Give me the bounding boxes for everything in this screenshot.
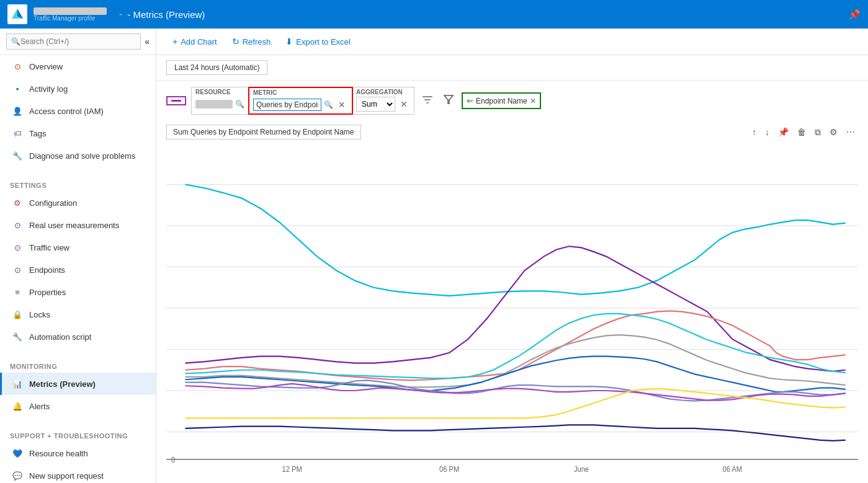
tags-icon: 🏷 (12, 128, 23, 139)
chart-move-up-button[interactable]: ↑ (749, 125, 759, 139)
refresh-icon: ↻ (232, 37, 239, 47)
aggregation-select[interactable]: Sum Avg Min Max Count (356, 97, 395, 112)
sidebar-item-resource-health[interactable]: 💙 Resource health (0, 442, 156, 464)
aggregation-close-button[interactable]: ✕ (398, 99, 410, 109)
sidebar-item-configuration[interactable]: ⚙ Configuration (0, 192, 156, 214)
chart-move-down-button[interactable]: ↓ (762, 125, 772, 139)
resource-value: 🔍 (195, 97, 244, 112)
separator: - (119, 9, 122, 20)
chart-delete-button[interactable]: 🗑 (794, 125, 809, 139)
profile-name-text: Traffic Manager profile (34, 7, 107, 15)
chart-title-bar: Sum Queries by Endpoint Returned by Endp… (156, 121, 868, 143)
overview-icon: ⊙ (12, 61, 23, 72)
chart-copy-button[interactable]: ⧉ (812, 125, 824, 140)
sidebar-item-properties[interactable]: ≡ Properties (0, 281, 156, 303)
resource-search-icon[interactable]: 🔍 (235, 100, 244, 109)
refresh-button[interactable]: ↻ Refresh (226, 33, 277, 50)
profile-type-text: Traffic Manager profile (34, 15, 107, 22)
alerts-icon: 🔔 (12, 401, 23, 412)
sidebar-item-new-support[interactable]: 💬 New support request (0, 464, 156, 483)
resource-label: RESOURCE (195, 89, 244, 95)
toolbar: + Add Chart ↻ Refresh ⬇ Export to Excel (156, 29, 868, 55)
export-label: Export to Excel (296, 37, 350, 47)
sidebar-label-diagnose: Diagnose and solve problems (29, 151, 135, 161)
resource-health-icon: 💙 (12, 448, 23, 459)
svg-marker-2 (444, 95, 453, 104)
sidebar-label-access: Access control (IAM) (29, 107, 104, 116)
chart-settings-button[interactable]: ⚙ (826, 125, 841, 139)
page-title: - Metrics (Preview) (127, 9, 205, 20)
sidebar-item-overview[interactable]: ⊙ Overview (0, 55, 156, 78)
metric-input[interactable] (253, 99, 321, 111)
sidebar-item-alerts[interactable]: 🔔 Alerts (0, 395, 156, 417)
sidebar-label-tags: Tags (29, 129, 46, 138)
sidebar-item-rum[interactable]: ⊙ Real user measurements (0, 214, 156, 236)
sidebar: 🔍 « ⊙ Overview ▪ Activity log 👤 Access c… (0, 29, 156, 483)
svg-text:06 PM: 06 PM (439, 464, 459, 473)
activity-icon: ▪ (12, 83, 23, 94)
svg-text:June: June (574, 464, 589, 473)
sidebar-label-resource: Resource health (29, 449, 88, 458)
metric-value-container: 🔍 ✕ (253, 97, 348, 112)
sidebar-label-metrics: Metrics (Preview) (29, 379, 96, 389)
metric-chart-chip (166, 96, 186, 105)
support-icon: 💬 (12, 470, 23, 481)
svg-text:06 AM: 06 AM (722, 464, 742, 473)
metric-section: METRIC 🔍 ✕ (248, 87, 353, 115)
sidebar-item-endpoints[interactable]: ⊙ Endpoints (0, 259, 156, 281)
metric-line-indicator (171, 100, 181, 102)
sidebar-label-traffic: Traffic view (29, 243, 69, 252)
aggregation-value: Sum Avg Min Max Count ✕ (356, 97, 410, 112)
top-bar: Traffic Manager profile Traffic Manager … (0, 0, 868, 29)
sidebar-item-traffic-view[interactable]: ⊙ Traffic view (0, 236, 156, 259)
refresh-label: Refresh (243, 37, 271, 47)
sidebar-item-automation[interactable]: 🔧 Automation script (0, 326, 156, 348)
chart-actions: ↑ ↓ 📌 🗑 ⧉ ⚙ ⋯ (749, 125, 858, 140)
properties-icon: ≡ (12, 286, 23, 298)
metrics-controls: RESOURCE 🔍 METRIC 🔍 ✕ (156, 81, 868, 121)
add-chart-icon: + (172, 37, 177, 47)
collapse-icon[interactable]: « (145, 37, 150, 47)
endpoint-filter-chip: ⇐ Endpoint Name ✕ (462, 92, 541, 109)
pin-icon[interactable]: 📌 (848, 9, 861, 20)
config-icon: ⚙ (12, 197, 23, 208)
endpoint-arrow-icon: ⇐ (467, 96, 473, 105)
filter-split-icon[interactable] (419, 92, 436, 110)
filter-button[interactable] (441, 91, 457, 110)
endpoint-filter-close[interactable]: ✕ (530, 97, 536, 105)
sidebar-search-container: 🔍 « (0, 29, 156, 55)
resource-section: RESOURCE 🔍 (192, 87, 249, 114)
profile-info: Traffic Manager profile Traffic Manager … (34, 7, 107, 22)
add-chart-button[interactable]: + Add Chart (166, 33, 223, 50)
export-button[interactable]: ⬇ Export to Excel (279, 33, 356, 50)
sidebar-item-diagnose[interactable]: 🔧 Diagnose and solve problems (0, 144, 156, 167)
resource-placeholder (195, 100, 233, 109)
svg-text:12 PM: 12 PM (282, 464, 302, 473)
chart-pin-button[interactable]: 📌 (775, 125, 792, 139)
svg-text:0: 0 (171, 456, 176, 464)
add-chart-label: Add Chart (181, 37, 217, 47)
metric-group: RESOURCE 🔍 METRIC 🔍 ✕ (191, 87, 414, 115)
automation-icon: 🔧 (12, 331, 23, 342)
metrics-icon: 📊 (12, 378, 23, 389)
metric-close-button[interactable]: ✕ (336, 100, 348, 110)
sidebar-item-activity[interactable]: ▪ Activity log (0, 78, 156, 100)
metric-search-icon[interactable]: 🔍 (324, 100, 333, 109)
metric-label: METRIC (253, 89, 348, 96)
search-icon: 🔍 (11, 37, 20, 46)
diagnose-icon: 🔧 (12, 150, 23, 161)
sidebar-item-locks[interactable]: 🔒 Locks (0, 303, 156, 326)
sidebar-label-properties: Properties (29, 288, 66, 297)
sidebar-item-tags[interactable]: 🏷 Tags (0, 122, 156, 144)
sidebar-label-automation: Automation script (29, 332, 91, 342)
time-range-button[interactable]: Last 24 hours (Automatic) (166, 60, 267, 75)
monitoring-section-label: MONITORING (0, 355, 156, 373)
sidebar-item-metrics[interactable]: 📊 Metrics (Preview) (0, 373, 156, 395)
sidebar-item-access[interactable]: 👤 Access control (IAM) (0, 100, 156, 122)
chart-area: 0 12 PM 06 PM June 06 AM (156, 143, 868, 483)
chart-more-button[interactable]: ⋯ (843, 125, 858, 139)
support-section-label: SUPPORT + TROUBLESHOOTING (0, 425, 156, 442)
rum-icon: ⊙ (12, 219, 23, 231)
endpoints-icon: ⊙ (12, 264, 23, 275)
search-input[interactable] (6, 33, 141, 50)
